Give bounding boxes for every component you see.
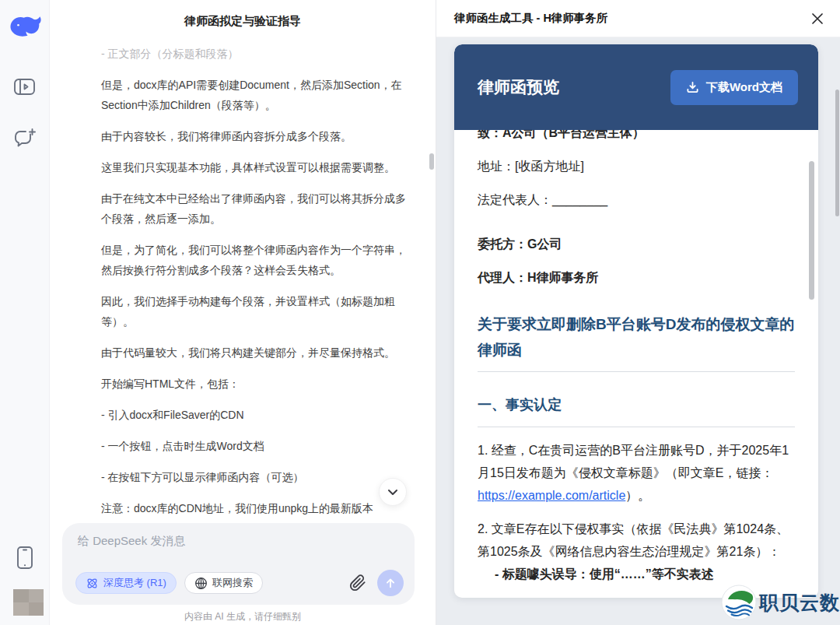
composer-actions	[349, 570, 404, 596]
divider	[478, 427, 795, 427]
chat-scrollbar-thumb[interactable]	[429, 153, 434, 170]
message-paragraph: - 在按钮下方可以显示律师函内容（可选）	[101, 467, 406, 487]
message-paragraph: - 引入docx和FileSaver的CDN	[101, 405, 406, 425]
message-paragraph: 因此，我们选择手动构建每个段落，并设置样式（如标题加粗等）。	[101, 291, 406, 332]
atom-icon	[86, 577, 99, 590]
scroll-to-bottom-button[interactable]	[379, 478, 407, 506]
new-chat-icon[interactable]	[13, 128, 37, 149]
chat-header: 律师函拟定与验证指导	[50, 0, 436, 42]
message-paragraph: - 一个按钮，点击时生成Word文档	[101, 436, 406, 456]
doc-fact-1: 1. 经查，C在贵司运营的B平台注册账号D，并于2025年1月15日发布题为《侵…	[478, 439, 795, 507]
doc-legal-rep: 法定代表人：________	[478, 189, 795, 211]
preview-card-header: 律师函预览 下载Word文档	[454, 44, 818, 130]
doc-client: 委托方：G公司	[478, 233, 795, 255]
image-thumbnail[interactable]	[13, 589, 44, 616]
document-scrollbar-thumb[interactable]	[809, 161, 814, 300]
download-word-button[interactable]: 下载Word文档	[670, 70, 798, 105]
doc-address: 地址：[收函方地址]	[478, 156, 795, 177]
deep-think-toggle[interactable]: 深度思考 (R1)	[75, 572, 177, 594]
message-paragraph: 但是，为了简化，我们可以将整个律师函内容作为一个字符串，然后按换行符分割成多个段…	[101, 240, 406, 280]
message-paragraph: 但是，docx库的API需要创建Document，然后添加Section，在Se…	[101, 75, 406, 115]
message-paragraph: 开始编写HTML文件，包括：	[101, 374, 406, 394]
artifact-panel-header: 律师函生成工具 - H律师事务所	[436, 0, 840, 37]
panel-title: 律师函生成工具 - H律师事务所	[454, 11, 607, 26]
deepseek-logo-icon[interactable]	[8, 16, 42, 42]
attachment-button[interactable]	[349, 574, 366, 592]
composer-toolbar: 深度思考 (R1) 联网搜索	[75, 570, 404, 596]
app-root: 律师函拟定与验证指导 - 正文部分（分标题和段落） 但是，docx库的API需要…	[0, 0, 840, 625]
message-paragraph: 由于内容较长，我们将律师函内容拆分成多个段落。	[101, 126, 406, 146]
chevron-down-icon	[386, 485, 400, 499]
doc-section-heading: 一、事实认定	[478, 393, 795, 416]
chat-title: 律师函拟定与验证指导	[184, 14, 301, 29]
doc-agent: 代理人：H律师事务所	[478, 267, 795, 289]
divider	[478, 371, 795, 372]
doc-fact-1-text: 1. 经查，C在贵司运营的B平台注册账号D，并于2025年1月15日发布题为《侵…	[478, 444, 789, 479]
deep-think-label: 深度思考 (R1)	[103, 576, 166, 590]
thinking-tail-line: - 正文部分（分标题和段落）	[101, 44, 406, 64]
message-input[interactable]: 给 DeepSeek 发消息	[62, 523, 415, 549]
download-label: 下载Word文档	[706, 80, 782, 95]
doc-fact-1-tail: ）。	[625, 489, 650, 502]
watermark-text: 职贝云数	[759, 590, 840, 616]
message-paragraph: 由于代码量较大，我们将只构建关键部分，并尽量保持格式。	[101, 342, 406, 363]
zhibei-logo-icon	[721, 585, 757, 620]
message-paragraph: 注意：docx库的CDN地址，我们使用unpkg上的最新版本	[101, 498, 406, 518]
web-search-label: 联网搜索	[212, 576, 253, 590]
sidebar	[0, 0, 50, 625]
paperclip-icon	[349, 574, 366, 592]
panel-scrollbar-thumb[interactable]	[835, 90, 839, 216]
doc-fact-list-item: - 标题噱头误导：使用“……”等不实表述	[478, 563, 795, 585]
sidebar-toggle-icon[interactable]	[13, 77, 36, 97]
doc-fact-2: 2. 文章E存在以下侵权事实（依据《民法典》第1024条、第1025条及《网络信…	[478, 518, 795, 563]
letter-preview-card: 律师函预览 下载Word文档 致：A公司（B平台运营主体） 地址：[收函方地址]…	[454, 44, 818, 598]
send-button[interactable]	[377, 570, 404, 596]
arrow-up-icon	[383, 576, 397, 590]
letter-document[interactable]: 致：A公司（B平台运营主体） 地址：[收函方地址] 法定代表人：________…	[454, 122, 818, 585]
mobile-app-icon[interactable]	[16, 546, 34, 570]
message-composer[interactable]: 给 DeepSeek 发消息 深度思考 (R1)	[62, 523, 415, 605]
message-paragraph: 由于在纯文本中已经给出了律师函内容，我们可以将其拆分成多个段落，然后逐一添加。	[101, 188, 406, 229]
close-icon[interactable]	[807, 9, 828, 29]
message-paragraph: 这里我们只实现基本功能，具体样式设置可以根据需要调整。	[101, 157, 406, 177]
globe-icon	[194, 577, 208, 590]
doc-title: 关于要求立即删除B平台账号D发布的侵权文章的律师函	[478, 311, 795, 363]
preview-title: 律师函预览	[478, 76, 559, 98]
chat-panel: 律师函拟定与验证指导 - 正文部分（分标题和段落） 但是，docx库的API需要…	[50, 0, 436, 625]
artifact-panel: 律师函生成工具 - H律师事务所 律师函预览 下载Word文档	[436, 0, 840, 625]
web-search-toggle[interactable]: 联网搜索	[184, 572, 263, 594]
download-icon	[686, 81, 699, 94]
evidence-link[interactable]: https://example.com/article	[478, 489, 625, 502]
watermark: 职贝云数	[721, 585, 840, 620]
message-list: 但是，docx库的API需要创建Document，然后添加Section，在Se…	[101, 75, 406, 518]
chat-message-area[interactable]: - 正文部分（分标题和段落） 但是，docx库的API需要创建Document，…	[50, 42, 436, 523]
ai-disclaimer: 内容由 AI 生成，请仔细甄别	[50, 610, 436, 623]
